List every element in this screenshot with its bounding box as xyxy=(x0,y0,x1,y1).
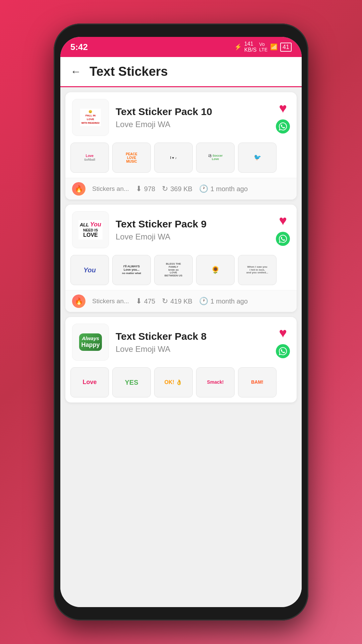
author-label: Stickers an... xyxy=(92,185,129,193)
upload-time: 🕐 1 month ago xyxy=(199,184,248,193)
stickers-preview-row: LoveSoftball PEACELOVEMUSIC I ♥ ♪ ⚽ Socc… xyxy=(65,143,297,178)
pack-thumb-image: 😊FALL INLOVEWITH READING! xyxy=(80,109,101,126)
pack-name: Text Sticker Pack 9 xyxy=(116,218,269,230)
pack-info: Text Sticker Pack 9 Love Emoji WA xyxy=(116,218,269,241)
whatsapp-button[interactable] xyxy=(276,119,290,133)
app-bar: ← Text Stickers xyxy=(60,57,302,87)
sticker-item[interactable]: I'll ALWAYSLove you...no matter what xyxy=(112,255,151,285)
size-value: 369 KB xyxy=(170,185,192,193)
pack-header: Always Happy Text Sticker Pack 8 Love Em… xyxy=(65,317,297,367)
pack-header: ALL You NEED IS LOVE Text Sticker Pack 9… xyxy=(65,205,297,255)
download-icon: ⬇ xyxy=(136,297,142,306)
pack-thumbnail: 😊FALL INLOVEWITH READING! xyxy=(72,99,109,136)
download-count: ⬇ 475 xyxy=(136,297,155,306)
download-value: 978 xyxy=(144,185,155,193)
size-icon: ↻ xyxy=(162,297,168,306)
sticker-item[interactable]: When I saw youI fell in love,and you smi… xyxy=(238,255,277,285)
stickers-preview-row: Love YES OK! 👌 Smack! BAM! xyxy=(65,367,297,402)
sticker-item[interactable]: BAM! xyxy=(238,367,277,397)
pack-thumb-image: ALL You NEED IS LOVE xyxy=(78,220,103,239)
pack-actions: ♥ xyxy=(276,326,290,358)
sticker-item[interactable]: ⚽ SoccerLove xyxy=(196,143,235,173)
pack-author: Love Emoji WA xyxy=(116,232,269,241)
content-area: 😊FALL INLOVEWITH READING! Text Sticker P… xyxy=(60,87,302,607)
status-time: 5:42 xyxy=(70,42,88,52)
sticker-item[interactable]: PEACELOVEMUSIC xyxy=(112,143,151,173)
sticker-item[interactable]: LoveSoftball xyxy=(70,143,109,173)
pack-thumbnail: ALL You NEED IS LOVE xyxy=(72,211,109,248)
sticker-item[interactable]: Love xyxy=(70,367,109,397)
favorite-button[interactable]: ♥ xyxy=(279,326,287,339)
pack-thumbnail: Always Happy xyxy=(72,324,109,361)
author-name: Stickers an... xyxy=(92,298,129,305)
battery-icon: 41 xyxy=(280,43,292,52)
sticker-item[interactable]: BLESS THEFAMILYbride asLOVEBETWEEN US xyxy=(154,255,193,285)
pack-header: 😊FALL INLOVEWITH READING! Text Sticker P… xyxy=(65,92,297,143)
sticker-item[interactable]: You xyxy=(70,255,109,285)
download-count: ⬇ 978 xyxy=(136,184,155,193)
pack-name: Text Sticker Pack 8 xyxy=(116,330,269,342)
phone-screen: 5:42 ⚡ 141KB/S VoLTE 📶 41 ← Text Sticker… xyxy=(60,37,302,607)
pack-info: Text Sticker Pack 10 Love Emoji WA xyxy=(116,106,269,129)
signal-icon: 📶 xyxy=(270,43,278,51)
data-speed: 141KB/S xyxy=(244,41,256,53)
page-title: Text Stickers xyxy=(89,64,168,79)
size-value: 419 KB xyxy=(170,298,192,305)
pack-footer: 🔥 Stickers an... ⬇ 475 ↻ 419 KB 🕐 1 m xyxy=(65,290,297,312)
time-value: 1 month ago xyxy=(210,298,248,305)
pack-author: Love Emoji WA xyxy=(116,120,269,129)
sticker-item[interactable]: Smack! xyxy=(196,367,235,397)
time-value: 1 month ago xyxy=(210,185,248,193)
pack-name: Text Sticker Pack 10 xyxy=(116,106,269,118)
favorite-button[interactable]: ♥ xyxy=(279,214,287,227)
download-icon: ⬇ xyxy=(136,184,142,193)
status-bar: 5:42 ⚡ 141KB/S VoLTE 📶 41 xyxy=(60,37,302,57)
sticker-item[interactable]: YES xyxy=(112,367,151,397)
sticker-item[interactable]: 🐦 xyxy=(238,143,277,173)
back-button[interactable]: ← xyxy=(69,64,83,79)
pack-actions: ♥ xyxy=(276,101,290,133)
size-icon: ↻ xyxy=(162,184,168,193)
pack-author: Love Emoji WA xyxy=(116,344,269,354)
clock-icon: 🕐 xyxy=(199,297,208,306)
pack-card-8: Always Happy Text Sticker Pack 8 Love Em… xyxy=(65,317,297,402)
download-value: 475 xyxy=(144,298,155,305)
author-label: Stickers an... xyxy=(92,298,129,305)
file-size: ↻ 419 KB xyxy=(162,297,192,306)
clock-icon: 🕐 xyxy=(199,184,208,193)
pack-thumb-image: Always Happy xyxy=(79,333,102,351)
sticker-item[interactable]: 🌻 xyxy=(196,255,235,285)
author-name: Stickers an... xyxy=(92,185,129,193)
whatsapp-button[interactable] xyxy=(276,344,290,358)
status-icons: ⚡ 141KB/S VoLTE 📶 41 xyxy=(234,41,292,53)
pack-card-9: ALL You NEED IS LOVE Text Sticker Pack 9… xyxy=(65,205,297,312)
bluetooth-icon: ⚡ xyxy=(234,43,242,51)
pack-card-10: 😊FALL INLOVEWITH READING! Text Sticker P… xyxy=(65,92,297,200)
upload-time: 🕐 1 month ago xyxy=(199,297,248,306)
author-avatar: 🔥 xyxy=(72,182,85,196)
phone-device: 5:42 ⚡ 141KB/S VoLTE 📶 41 ← Text Sticker… xyxy=(54,23,308,621)
pack-actions: ♥ xyxy=(276,214,290,246)
sticker-item[interactable]: I ♥ ♪ xyxy=(154,143,193,173)
volte-icon: VoLTE xyxy=(259,42,267,52)
pack-footer: 🔥 Stickers an... ⬇ 978 ↻ 369 KB 🕐 1 m xyxy=(65,178,297,200)
pack-info: Text Sticker Pack 8 Love Emoji WA xyxy=(116,330,269,354)
favorite-button[interactable]: ♥ xyxy=(279,101,287,115)
author-avatar: 🔥 xyxy=(72,294,85,308)
stickers-preview-row: You I'll ALWAYSLove you...no matter what… xyxy=(65,255,297,290)
whatsapp-button[interactable] xyxy=(276,232,290,246)
sticker-item[interactable]: OK! 👌 xyxy=(154,367,193,397)
file-size: ↻ 369 KB xyxy=(162,184,192,193)
